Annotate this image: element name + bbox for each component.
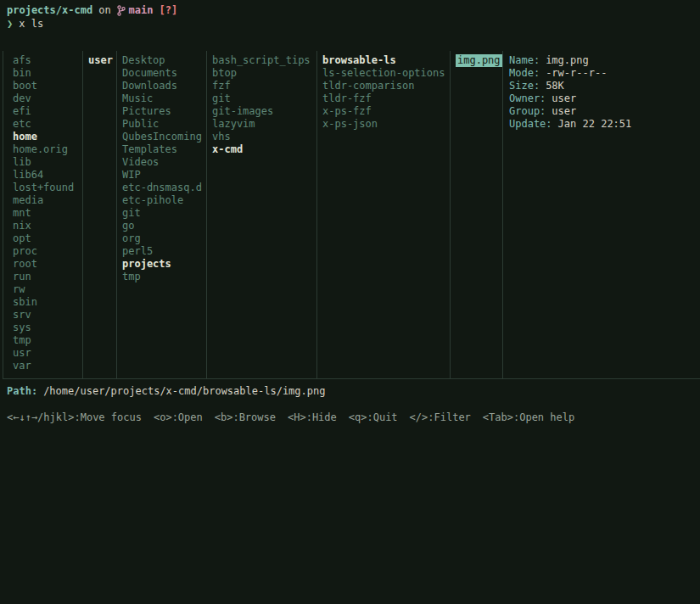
list-item[interactable]: etc-dnsmasq.d [122, 182, 203, 194]
list-item[interactable]: etc [13, 118, 79, 131]
list-item[interactable]: x-ps-json [322, 118, 446, 131]
detail-label: Group: [509, 105, 546, 118]
detail-row: Group:user [509, 105, 697, 118]
detail-value: user [552, 92, 576, 105]
list-item[interactable]: bash_script_tips [212, 54, 313, 67]
help-hint: <q>:Quit [349, 411, 398, 424]
prompt-arrow-icon: ❯ [7, 17, 13, 31]
typed-command[interactable]: x ls [19, 17, 43, 31]
help-hint: <o>:Open [154, 411, 203, 424]
detail-row: Update:Jan 22 22:51 [509, 118, 697, 131]
list-item[interactable]: Desktop [122, 54, 203, 67]
prompt-cwd: projects/x-cmd [7, 3, 92, 17]
path-value: /home/user/projects/x-cmd/browsable-ls/i… [43, 385, 325, 398]
help-hint: </>:Filter [410, 411, 471, 424]
shell-prompt-line: projects/x-cmd on main [?] [0, 3, 700, 17]
list-item[interactable]: ls-selection-options [322, 67, 446, 80]
list-item[interactable]: tmp [122, 271, 203, 283]
list-item[interactable]: home [13, 131, 79, 143]
detail-row: Owner:user [509, 92, 697, 105]
list-item[interactable]: afs [13, 54, 79, 67]
list-item[interactable]: boot [13, 80, 79, 92]
detail-value: 58K [546, 80, 564, 92]
list-item[interactable]: nix [13, 220, 79, 232]
list-item[interactable]: org [122, 232, 203, 245]
git-branch-icon [117, 5, 126, 16]
list-item[interactable]: tldr-comparison [322, 80, 446, 92]
list-item[interactable]: QubesIncoming [122, 131, 203, 143]
detail-label: Name: [509, 54, 540, 67]
detail-row: Name:img.png [509, 54, 697, 67]
list-item[interactable]: bin [13, 67, 79, 80]
list-item[interactable]: Music [122, 92, 203, 105]
list-item[interactable]: browsable-ls [322, 54, 446, 67]
list-item[interactable]: tldr-fzf [322, 92, 446, 105]
list-item[interactable]: x-cmd [212, 143, 313, 156]
list-item[interactable]: opt [13, 232, 79, 245]
list-item[interactable]: btop [212, 67, 313, 80]
path-label: Path: [7, 385, 37, 398]
list-item[interactable]: lazyvim [212, 118, 313, 131]
detail-label: Update: [509, 118, 552, 131]
list-item[interactable]: var [13, 360, 79, 372]
column-x-cmd: browsable-lsls-selection-optionstldr-com… [317, 51, 451, 378]
list-item[interactable]: img.png [456, 54, 502, 67]
detail-value: user [552, 105, 576, 118]
list-item[interactable]: tmp [13, 334, 79, 347]
help-hint: <H>:Hide [288, 411, 337, 424]
git-branch-group: main [117, 3, 154, 17]
list-item[interactable]: home.orig [13, 143, 79, 156]
list-item[interactable]: projects [122, 258, 203, 271]
list-item[interactable]: x-ps-fzf [322, 105, 446, 118]
list-item[interactable]: lib64 [13, 169, 79, 182]
list-item[interactable]: dev [13, 92, 79, 105]
list-item[interactable]: fzf [212, 80, 313, 92]
help-hint: <←↓↑→/hjkl>:Move focus [7, 411, 142, 424]
list-item[interactable]: usr [13, 347, 79, 360]
detail-value: -rw-r--r-- [546, 67, 607, 80]
help-bar: <←↓↑→/hjkl>:Move focus<o>:Open<b>:Browse… [0, 411, 700, 424]
list-item[interactable]: WIP [122, 169, 203, 182]
list-item[interactable]: lost+found [13, 182, 79, 194]
detail-row: Size:58K [509, 80, 697, 92]
list-item[interactable]: mnt [13, 207, 79, 220]
list-item[interactable]: efi [13, 105, 79, 118]
list-item[interactable]: proc [13, 245, 79, 258]
list-item[interactable]: git [212, 92, 313, 105]
list-item[interactable]: sbin [13, 296, 79, 309]
list-item[interactable]: Downloads [122, 80, 203, 92]
list-item[interactable]: run [13, 271, 79, 283]
list-item[interactable]: Documents [122, 67, 203, 80]
list-item[interactable]: Videos [122, 156, 203, 169]
git-status-badge: [?] [160, 3, 178, 17]
list-item[interactable]: rw [13, 283, 79, 296]
detail-label: Owner: [509, 92, 546, 105]
detail-row: Mode:-rw-r--r-- [509, 67, 697, 80]
list-item[interactable]: Public [122, 118, 203, 131]
detail-label: Size: [509, 80, 540, 92]
detail-label: Mode: [509, 67, 540, 80]
list-item[interactable]: sys [13, 322, 79, 334]
list-item[interactable]: git-images [212, 105, 313, 118]
prompt-on-word: on [98, 3, 110, 17]
list-item[interactable]: perl5 [122, 245, 203, 258]
list-item[interactable]: root [13, 258, 79, 271]
command-line: ❯ x ls [0, 17, 700, 31]
column-user-home: DesktopDocumentsDownloadsMusicPicturesPu… [117, 51, 207, 378]
list-item[interactable]: media [13, 194, 79, 207]
list-item[interactable]: srv [13, 309, 79, 322]
list-item[interactable]: Templates [122, 143, 203, 156]
path-bar: Path: /home/user/projects/x-cmd/browsabl… [0, 385, 700, 398]
help-hint: <Tab>:Open help [483, 411, 574, 424]
list-item[interactable]: Pictures [122, 105, 203, 118]
git-branch-name: main [129, 3, 154, 17]
list-item[interactable]: lib [13, 156, 79, 169]
column-filesystem-root: afsbinbootdevefietchomehome.origliblib64… [3, 51, 83, 378]
list-item[interactable]: go [122, 220, 203, 232]
list-item[interactable]: etc-pihole [122, 194, 203, 207]
help-hint: <b>:Browse [215, 411, 276, 424]
detail-value: img.png [546, 54, 589, 67]
list-item[interactable]: git [122, 207, 203, 220]
list-item[interactable]: vhs [212, 131, 313, 143]
list-item[interactable]: user [88, 54, 113, 67]
